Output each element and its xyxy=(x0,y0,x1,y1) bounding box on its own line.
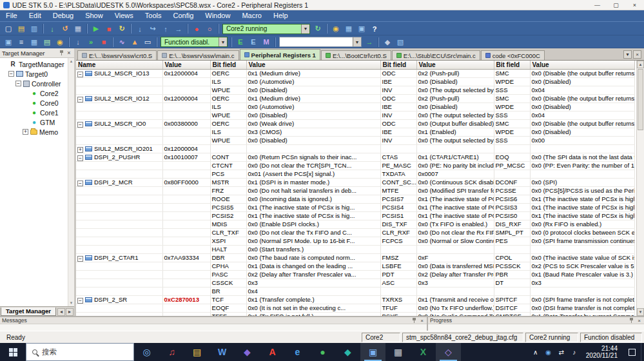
macro-icon[interactable]: M xyxy=(260,36,273,48)
bitfield-row[interactable]: PCS0x01 (Assert the PCS[x] signal.)TXDAT… xyxy=(76,170,634,178)
target-manager-tab[interactable]: Target Manager xyxy=(1,307,56,316)
download-program-icon[interactable]: ↓ xyxy=(46,23,59,35)
register-row-dspi-2-mcr[interactable]: −DSPI_2_MCR0x80FF0000MSTR0x1 (DSPI is in… xyxy=(76,178,634,186)
tree-item-core0[interactable]: ●Core0 xyxy=(0,98,68,108)
close-icon[interactable]: × xyxy=(419,318,425,324)
function-status-combo[interactable]: Function disabl.▼ xyxy=(161,37,228,47)
green-app-icon[interactable]: ● xyxy=(310,343,335,361)
halt-icon[interactable]: ■ xyxy=(102,23,115,35)
bitfield-value-cell[interactable]: 0x0 (SPI) xyxy=(530,178,634,186)
step-out-icon[interactable]: ↑ xyxy=(159,23,172,35)
pin-icon[interactable] xyxy=(412,318,416,324)
visual-studio-icon[interactable]: ◇ xyxy=(436,343,461,361)
menu-edit[interactable]: Edit xyxy=(23,10,47,21)
column-header-4-bit-field[interactable]: Bit field xyxy=(380,61,416,69)
collapse-icon[interactable]: − xyxy=(77,97,83,102)
cortana-icon[interactable]: ◎ xyxy=(134,343,159,361)
register-name-cell[interactable]: −DSPI_2_SR xyxy=(76,295,162,304)
bitfield-value-cell[interactable]: 0x0 (Output buffer disabled) xyxy=(416,119,494,128)
register-row-siul2-mscr-io0[interactable]: −SIUL2_MSCR_IO00x00380000OERC0x0 (Weak d… xyxy=(76,119,634,128)
menu-window[interactable]: Window xyxy=(199,10,236,21)
bitfield-value-cell[interactable]: 0x04 xyxy=(530,111,634,119)
bitfield-row[interactable]: WPUE0x0 (Disabled)INV0x0 (The output sel… xyxy=(76,136,634,144)
register-row-dspi-2-ctar1[interactable]: −DSPI_2_CTAR10x7AA93334DBR0x0 (The baud … xyxy=(76,253,634,262)
volume-icon[interactable]: ♪ xyxy=(568,349,581,356)
menu-views[interactable]: Views xyxy=(109,10,139,21)
edge-icon[interactable]: e xyxy=(285,343,310,361)
tab-e-bswsrv-ssw-crt0-s[interactable]: E:\...\bswsrv\ssw\crt0.S xyxy=(77,50,157,60)
tab-e-stub-ecu-src-main-c[interactable]: E:\...\Stub\ECU\Src\main.c xyxy=(392,50,480,60)
bitfield-value-cell[interactable]: 0x0 (PE: No parity bit included/check... xyxy=(416,161,494,170)
goto-address-icon[interactable]: → xyxy=(363,36,376,48)
bitfield-value-cell[interactable]: 0x1 (The inactive state of PCSx is high.… xyxy=(530,211,634,220)
scroll-down-icon[interactable]: ▼ xyxy=(70,301,73,305)
chevron-up-icon[interactable]: ∧ xyxy=(529,349,542,356)
bitfield-row[interactable]: CTCNT0x0 (Do not clear the TCR[SPI_TCN..… xyxy=(76,161,634,170)
bitfield-value-cell[interactable]: 0x1 (The inactive state of PCSx is high.… xyxy=(530,203,634,211)
close-icon[interactable]: × xyxy=(636,318,642,324)
bitfield-value-cell[interactable]: 0x0 (Start transfers.) xyxy=(246,245,380,253)
trace-icon[interactable]: ∿ xyxy=(115,36,128,48)
bitfield-value-cell[interactable]: 0x0 (PCS[5]/PCSS is used as the Peripher… xyxy=(530,186,634,195)
register-view-icon[interactable]: ▦ xyxy=(28,36,41,48)
run-icon[interactable]: ▶ xyxy=(90,23,102,35)
bitfield-value-cell[interactable]: 0x1 (The inactive state of PCSx is hig..… xyxy=(246,203,380,211)
registers-icon[interactable]: ▣ xyxy=(355,23,368,35)
menu-help[interactable]: Help xyxy=(268,10,294,21)
bitfield-row[interactable]: HALT0x0 (Start transfers.) xyxy=(76,245,634,253)
bitfield-value-cell[interactable]: 0x2 (Push-pull) xyxy=(416,94,494,102)
bitfield-row[interactable]: XSPI0x0 (Normal SPI Mode. Up to 16-bit F… xyxy=(76,237,634,245)
restart-icon[interactable]: ↻ xyxy=(115,23,128,35)
bitfield-value-cell[interactable]: 0x0 (Modified SPI transfer format disa..… xyxy=(416,186,494,195)
register-name-cell[interactable]: −DSPI_2_PUSHR xyxy=(76,153,162,161)
bitfield-value-cell[interactable]: 0x0 (Tx FIFO is enabled.) xyxy=(416,220,494,228)
bitfield-value-cell[interactable]: 0x3 xyxy=(530,278,634,287)
bitfield-value-cell[interactable]: 0x0 (It is not set in the executing c... xyxy=(246,304,380,312)
bitfield-value-cell[interactable]: 0x0 (Do not clear the Rx FIFO counter.) xyxy=(416,228,494,237)
bitfield-row[interactable]: ILS0x0 (Automotive)IBE0x0 (Disabled)WPDE… xyxy=(76,102,634,111)
variable-view-icon[interactable]: ◉ xyxy=(54,36,66,48)
clear-breakpoints-icon[interactable]: ○ xyxy=(203,23,216,35)
bitfield-value-cell[interactable]: 0x0 (Automotive) xyxy=(246,77,380,86)
column-header-5-value[interactable]: Value xyxy=(416,61,494,69)
bitfield-value-cell[interactable]: 0x04 xyxy=(530,86,634,94)
bitfield-row[interactable]: MDIS0x0 (Enable DSPI clocks.)DIS_TXF0x0 … xyxy=(76,220,634,228)
bitfield-value-cell[interactable]: 0x0 (Disabled) xyxy=(246,111,380,119)
music-app-icon[interactable]: ♫ xyxy=(159,343,184,361)
step-over-icon[interactable]: ↪ xyxy=(146,23,159,35)
bitfield-value-cell[interactable]: 0x0 (The SPI data is not the last data t… xyxy=(530,153,634,161)
register-row-dspi-2-sr[interactable]: −DSPI_2_SR0xC2870013TCF0x1 (Transfer com… xyxy=(76,295,634,304)
close-button[interactable]: × xyxy=(625,0,644,10)
bitfield-value-cell[interactable]: 0x0 (Return PCSn signals to their inac..… xyxy=(246,153,380,161)
bitfield-value-cell[interactable]: 0x1 (Enabled) xyxy=(416,128,494,136)
bitfield-row[interactable]: PCSIS20x1 (The inactive state of PCSx is… xyxy=(76,211,634,220)
bitfield-value-cell[interactable]: 0x1 (Baud Rate Prescaler value is 3.) xyxy=(530,270,634,278)
bitfield-row[interactable]: WPUE0x0 (Disabled)INV0x0 (The output sel… xyxy=(76,86,634,94)
bitfield-value-cell[interactable]: 0x1 (The inactive state of PCSx is hig..… xyxy=(416,195,494,203)
tab-scroll-left-icon[interactable]: ◂ xyxy=(57,308,65,316)
bitfield-value-cell[interactable] xyxy=(530,287,634,295)
assembler-step-icon[interactable]: ↓ xyxy=(72,36,84,48)
file-explorer-icon[interactable]: ▤ xyxy=(184,343,210,361)
register-name-cell[interactable]: −DSPI_2_MCR xyxy=(76,178,162,186)
collapse-icon[interactable]: − xyxy=(77,180,83,186)
bluetooth-icon[interactable]: ◉ xyxy=(542,349,555,356)
source-view-icon[interactable]: ≡ xyxy=(15,36,28,48)
bitfield-value-cell[interactable] xyxy=(530,245,634,253)
tab-close-icon[interactable]: × xyxy=(633,50,641,59)
column-header-2-bit-field[interactable]: Bit field xyxy=(210,61,246,69)
bitfield-row[interactable]: PCSIS50x1 (The inactive state of PCSx is… xyxy=(76,203,634,211)
bitfield-value-cell[interactable]: 0x1 (Transmit and receive operations ... xyxy=(416,295,494,304)
acrobat-icon[interactable]: A xyxy=(260,343,285,361)
bitfield-value-cell[interactable]: 0x0 (Incoming data is ignored.) xyxy=(246,195,380,203)
bitfield-row[interactable]: CLR_TXF0x0 (Do not clear the Tx FIFO and… xyxy=(76,228,634,237)
bitfield-value-cell[interactable]: 0x0 (DSI frame transfer is not complete.… xyxy=(530,304,634,312)
purple-app-icon[interactable]: ◆ xyxy=(235,343,260,361)
help-icon[interactable]: ? xyxy=(368,23,381,35)
run-fast-icon[interactable]: » xyxy=(84,36,97,48)
menu-macro[interactable]: Macro xyxy=(236,10,268,21)
bitfield-value-cell[interactable] xyxy=(416,144,494,153)
script-editor-icon[interactable]: E xyxy=(234,36,247,48)
register-value-cell[interactable]: 0xC2870013 xyxy=(162,295,210,304)
tab-code-0xfc000c[interactable]: code <0xFC000C xyxy=(481,50,545,60)
